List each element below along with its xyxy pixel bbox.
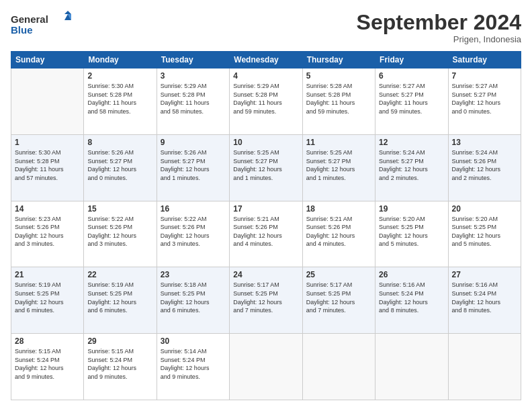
table-row: 14 Sunrise: 5:23 AM Sunset: 5:26 PM Dayl… — [11, 201, 84, 267]
day-number: 19 — [379, 204, 444, 214]
table-row — [302, 334, 375, 400]
svg-marker-2 — [64, 11, 71, 14]
col-tuesday: Tuesday — [157, 52, 229, 68]
table-row: 13 Sunrise: 5:24 AM Sunset: 5:26 PM Dayl… — [448, 134, 521, 201]
day-info: Sunrise: 5:20 AM Sunset: 5:25 PM Dayligh… — [379, 215, 444, 248]
day-info: Sunrise: 5:21 AM Sunset: 5:26 PM Dayligh… — [306, 215, 371, 248]
day-number: 13 — [452, 138, 517, 147]
table-row — [448, 334, 521, 400]
day-info: Sunrise: 5:22 AM Sunset: 5:26 PM Dayligh… — [87, 215, 152, 248]
day-info: Sunrise: 5:22 AM Sunset: 5:26 PM Dayligh… — [161, 215, 226, 248]
table-row: 18 Sunrise: 5:21 AM Sunset: 5:26 PM Dayl… — [302, 201, 375, 267]
table-row: 17 Sunrise: 5:21 AM Sunset: 5:26 PM Dayl… — [230, 201, 302, 267]
day-info: Sunrise: 5:24 AM Sunset: 5:27 PM Dayligh… — [379, 148, 444, 182]
day-number: 29 — [87, 336, 152, 346]
table-row: 10 Sunrise: 5:25 AM Sunset: 5:27 PM Dayl… — [230, 134, 302, 201]
day-number: 27 — [452, 270, 517, 279]
table-row: 9 Sunrise: 5:26 AM Sunset: 5:27 PM Dayli… — [157, 134, 229, 201]
logo: General Blue — [11, 11, 71, 38]
day-info: Sunrise: 5:19 AM Sunset: 5:25 PM Dayligh… — [15, 281, 80, 314]
col-thursday: Thursday — [302, 52, 375, 68]
subtitle: Prigen, Indonesia — [357, 34, 521, 44]
day-info: Sunrise: 5:26 AM Sunset: 5:27 PM Dayligh… — [87, 148, 152, 182]
day-info: Sunrise: 5:29 AM Sunset: 5:28 PM Dayligh… — [161, 82, 226, 116]
table-row: 5 Sunrise: 5:28 AM Sunset: 5:28 PM Dayli… — [302, 68, 375, 135]
day-number: 14 — [15, 204, 80, 214]
day-number: 18 — [306, 204, 371, 214]
day-number: 23 — [161, 270, 226, 279]
day-info: Sunrise: 5:20 AM Sunset: 5:25 PM Dayligh… — [452, 215, 517, 248]
day-info: Sunrise: 5:27 AM Sunset: 5:27 PM Dayligh… — [452, 82, 517, 116]
day-number: 12 — [379, 138, 444, 147]
day-info: Sunrise: 5:27 AM Sunset: 5:27 PM Dayligh… — [379, 82, 444, 116]
day-number: 25 — [306, 270, 371, 279]
svg-text:General: General — [11, 13, 48, 25]
day-info: Sunrise: 5:14 AM Sunset: 5:24 PM Dayligh… — [161, 347, 226, 381]
svg-text:Blue: Blue — [11, 24, 33, 36]
day-number: 28 — [15, 336, 80, 346]
table-row: 2 Sunrise: 5:30 AM Sunset: 5:28 PM Dayli… — [84, 68, 157, 135]
col-friday: Friday — [375, 52, 448, 68]
day-number: 3 — [161, 71, 226, 81]
table-row: 29 Sunrise: 5:15 AM Sunset: 5:24 PM Dayl… — [84, 334, 157, 400]
day-info: Sunrise: 5:15 AM Sunset: 5:24 PM Dayligh… — [15, 347, 80, 381]
day-info: Sunrise: 5:18 AM Sunset: 5:25 PM Dayligh… — [161, 281, 226, 314]
table-row: 24 Sunrise: 5:17 AM Sunset: 5:25 PM Dayl… — [230, 267, 302, 334]
table-row — [230, 334, 302, 400]
table-row: 11 Sunrise: 5:25 AM Sunset: 5:27 PM Dayl… — [302, 134, 375, 201]
day-info: Sunrise: 5:28 AM Sunset: 5:28 PM Dayligh… — [306, 82, 371, 116]
day-number: 4 — [233, 71, 298, 81]
day-number: 2 — [87, 71, 152, 81]
day-number: 15 — [87, 204, 152, 214]
day-number: 30 — [161, 336, 226, 346]
calendar-week-row: 1 Sunrise: 5:30 AM Sunset: 5:28 PM Dayli… — [11, 134, 521, 201]
day-number: 26 — [379, 270, 444, 279]
table-row: 26 Sunrise: 5:16 AM Sunset: 5:24 PM Dayl… — [375, 267, 448, 334]
day-info: Sunrise: 5:15 AM Sunset: 5:24 PM Dayligh… — [87, 347, 152, 381]
table-row: 16 Sunrise: 5:22 AM Sunset: 5:26 PM Dayl… — [157, 201, 229, 267]
calendar-week-row: 21 Sunrise: 5:19 AM Sunset: 5:25 PM Dayl… — [11, 267, 521, 334]
day-number: 20 — [452, 204, 517, 214]
table-row: 22 Sunrise: 5:19 AM Sunset: 5:25 PM Dayl… — [84, 267, 157, 334]
table-row: 12 Sunrise: 5:24 AM Sunset: 5:27 PM Dayl… — [375, 134, 448, 201]
day-info: Sunrise: 5:16 AM Sunset: 5:24 PM Dayligh… — [379, 281, 444, 314]
day-info: Sunrise: 5:23 AM Sunset: 5:26 PM Dayligh… — [15, 215, 80, 248]
page: General Blue September 2024 Prigen, Indo… — [0, 0, 532, 411]
logo-svg: General Blue — [11, 11, 71, 38]
day-number: 10 — [233, 138, 298, 147]
day-number: 22 — [87, 270, 152, 279]
day-info: Sunrise: 5:16 AM Sunset: 5:24 PM Dayligh… — [452, 281, 517, 314]
calendar-week-row: 14 Sunrise: 5:23 AM Sunset: 5:26 PM Dayl… — [11, 201, 521, 267]
month-title: September 2024 — [357, 11, 521, 34]
day-info: Sunrise: 5:25 AM Sunset: 5:27 PM Dayligh… — [306, 148, 371, 182]
table-row: 4 Sunrise: 5:29 AM Sunset: 5:28 PM Dayli… — [230, 68, 302, 135]
day-number: 8 — [87, 138, 152, 147]
table-row: 23 Sunrise: 5:18 AM Sunset: 5:25 PM Dayl… — [157, 267, 229, 334]
title-block: September 2024 Prigen, Indonesia — [357, 11, 521, 44]
table-row: 19 Sunrise: 5:20 AM Sunset: 5:25 PM Dayl… — [375, 201, 448, 267]
table-row: 3 Sunrise: 5:29 AM Sunset: 5:28 PM Dayli… — [157, 68, 229, 135]
table-row: 20 Sunrise: 5:20 AM Sunset: 5:25 PM Dayl… — [448, 201, 521, 267]
day-info: Sunrise: 5:30 AM Sunset: 5:28 PM Dayligh… — [87, 82, 152, 116]
table-row: 15 Sunrise: 5:22 AM Sunset: 5:26 PM Dayl… — [84, 201, 157, 267]
calendar-week-row: 2 Sunrise: 5:30 AM Sunset: 5:28 PM Dayli… — [11, 68, 521, 135]
day-number: 7 — [452, 71, 517, 81]
calendar-header-row: Sunday Monday Tuesday Wednesday Thursday… — [11, 52, 521, 68]
day-info: Sunrise: 5:29 AM Sunset: 5:28 PM Dayligh… — [233, 82, 298, 116]
day-info: Sunrise: 5:17 AM Sunset: 5:25 PM Dayligh… — [306, 281, 371, 314]
table-row — [375, 334, 448, 400]
day-info: Sunrise: 5:21 AM Sunset: 5:26 PM Dayligh… — [233, 215, 298, 248]
table-row: 1 Sunrise: 5:30 AM Sunset: 5:28 PM Dayli… — [11, 134, 84, 201]
table-row — [11, 68, 84, 135]
table-row: 6 Sunrise: 5:27 AM Sunset: 5:27 PM Dayli… — [375, 68, 448, 135]
day-number: 1 — [15, 138, 80, 147]
day-number: 6 — [379, 71, 444, 81]
day-number: 11 — [306, 138, 371, 147]
day-info: Sunrise: 5:24 AM Sunset: 5:26 PM Dayligh… — [452, 148, 517, 182]
col-wednesday: Wednesday — [230, 52, 302, 68]
table-row: 30 Sunrise: 5:14 AM Sunset: 5:24 PM Dayl… — [157, 334, 229, 400]
calendar-table: Sunday Monday Tuesday Wednesday Thursday… — [11, 51, 521, 400]
day-number: 24 — [233, 270, 298, 279]
day-info: Sunrise: 5:26 AM Sunset: 5:27 PM Dayligh… — [161, 148, 226, 182]
day-number: 9 — [161, 138, 226, 147]
